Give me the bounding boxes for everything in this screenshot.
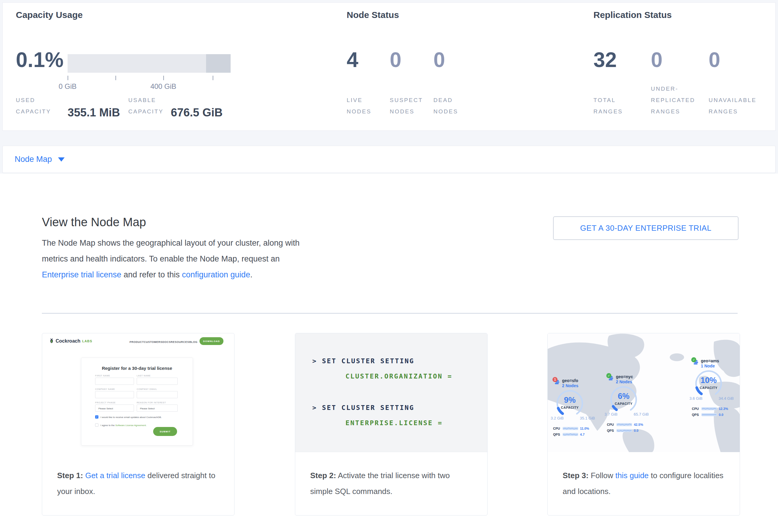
first-name-field[interactable] bbox=[95, 378, 134, 385]
project-phase-select[interactable]: Please Select bbox=[95, 404, 134, 412]
qps-metric: QPS 0.0 bbox=[607, 429, 655, 432]
ok-badge: ✓ bbox=[691, 357, 696, 362]
reason-for-interest-label: REASON FOR INTEREST bbox=[137, 401, 166, 404]
section-divider bbox=[42, 313, 737, 314]
nodemap-description: The Node Map shows the geographical layo… bbox=[42, 235, 316, 283]
total-ranges-label: TOTAL RANGES bbox=[594, 94, 623, 117]
get-enterprise-trial-button[interactable]: GET A 30-DAY ENTERPRISE TRIAL bbox=[553, 216, 738, 240]
unavailable-ranges-label: UNAVAILABLE RANGES bbox=[709, 94, 757, 117]
usable-capacity-label: USABLE CAPACITY bbox=[128, 94, 164, 117]
under-replicated-ranges-value: 0 bbox=[651, 49, 663, 70]
last-name-label: LAST NAME bbox=[137, 375, 151, 377]
company-name-field[interactable] bbox=[95, 391, 134, 398]
step1-card: Cockroach LABS PRODUCT CUSTOMERS DOCS RE… bbox=[42, 333, 235, 516]
capacity-axis-ticks bbox=[68, 76, 231, 80]
capacity-percent: 10% bbox=[694, 376, 723, 385]
registration-site-preview: Cockroach LABS PRODUCT CUSTOMERS DOCS RE… bbox=[42, 333, 234, 452]
capacity-usage-title: Capacity Usage bbox=[16, 10, 83, 20]
qps-metric: QPS 0.0 bbox=[692, 413, 740, 416]
capacity-label: CAPACITY bbox=[609, 402, 638, 405]
capacity-range: 3.2 GiB35.1 GiB bbox=[551, 416, 595, 421]
last-name-field[interactable] bbox=[137, 378, 178, 385]
capacity-gauge: 6% CAPACITY bbox=[609, 385, 638, 414]
locality-name: geo=nyc bbox=[616, 374, 633, 379]
reason-for-interest-select[interactable]: Please Select bbox=[137, 404, 178, 412]
step2-caption: Step 2: Activate the trial license with … bbox=[295, 452, 487, 515]
email-updates-label: I would like to receive email updates ab… bbox=[100, 416, 162, 419]
capacity-bar-chart bbox=[68, 54, 231, 73]
unavailable-ranges-value: 0 bbox=[709, 49, 720, 70]
capacity-gauge: 10% CAPACITY bbox=[694, 369, 723, 398]
software-license-agreement-link[interactable]: Software License Agreement. bbox=[115, 424, 147, 427]
cockroach-bug-icon bbox=[49, 338, 54, 344]
cpu-sparkline-icon bbox=[701, 407, 717, 410]
this-guide-link[interactable]: this guide bbox=[615, 471, 648, 480]
project-phase-label: PROJECT PHASE bbox=[95, 401, 116, 404]
sql-line-1: > SET CLUSTER SETTING bbox=[312, 357, 414, 365]
capacity-percent: 9% bbox=[555, 395, 584, 405]
company-name-label: COMPANY NAME bbox=[95, 388, 115, 390]
capacity-gauge: 9% CAPACITY bbox=[555, 389, 584, 418]
qps-sparkline-icon bbox=[617, 429, 632, 432]
qps-sparkline-icon bbox=[701, 413, 717, 416]
qps-metric: QPS 4.7 bbox=[553, 433, 601, 436]
cpu-sparkline-icon bbox=[563, 427, 578, 430]
download-button[interactable]: DOWNLOAD bbox=[200, 337, 223, 345]
dead-nodes-label: DEAD NODES bbox=[434, 94, 458, 117]
node-map-preview: 1 geo=sfo 2 Nodes 9% CAPACITY bbox=[548, 333, 740, 452]
enterprise-trial-license-link[interactable]: Enterprise trial license bbox=[42, 270, 122, 279]
capacity-range: 3.7 GiB65.7 GiB bbox=[605, 412, 649, 416]
submit-button[interactable]: SUBMIT bbox=[153, 427, 177, 436]
step3-caption: Step 3: Follow this guide to configure l… bbox=[548, 452, 740, 515]
step2-card: > SET CLUSTER SETTING CLUSTER.ORGANIZATI… bbox=[295, 333, 487, 516]
trial-license-form: Register for a 30-day trial license FIRS… bbox=[81, 358, 193, 446]
suspect-nodes-value: 0 bbox=[390, 49, 401, 70]
capacity-tick-0: 0 GiB bbox=[59, 82, 77, 91]
capacity-bar-tail bbox=[206, 54, 231, 73]
nav-docs[interactable]: DOCS bbox=[162, 340, 171, 344]
nav-product[interactable]: PRODUCT bbox=[130, 340, 144, 344]
capacity-label: CAPACITY bbox=[555, 406, 584, 409]
replication-status-title: Replication Status bbox=[594, 10, 672, 20]
locality-node-count: 2 Nodes bbox=[562, 383, 578, 388]
locality-node-count: 1 Node bbox=[701, 364, 715, 368]
nav-customers[interactable]: CUSTOMERS bbox=[144, 340, 162, 344]
under-replicated-ranges-label: UNDER- REPLICATED RANGES bbox=[651, 83, 695, 117]
form-title: Register for a 30-day trial license bbox=[81, 366, 192, 371]
company-email-field[interactable] bbox=[137, 391, 178, 398]
configuration-guide-link[interactable]: configuration guide bbox=[182, 270, 250, 279]
cluster-overview-page: Capacity Usage 0.1% 0 GiB 400 GiB USED C… bbox=[0, 0, 778, 532]
error-badge: 1 bbox=[552, 377, 557, 382]
capacity-range: 3.6 GiB34.4 GiB bbox=[690, 396, 734, 401]
cluster-summary-panel: Capacity Usage 0.1% 0 GiB 400 GiB USED C… bbox=[2, 2, 776, 131]
suspect-nodes-label: SUSPECT NODES bbox=[390, 94, 423, 117]
capacity-tick-400: 400 GiB bbox=[150, 82, 176, 91]
cpu-metric: CPU 42.5% bbox=[607, 423, 655, 427]
get-trial-license-link[interactable]: Get a trial license bbox=[85, 471, 145, 480]
sql-line-2: CLUSTER.ORGANIZATION = bbox=[345, 373, 452, 380]
ok-badge: ✓ bbox=[606, 373, 611, 378]
capacity-percent: 6% bbox=[609, 392, 638, 401]
usable-capacity-value: 676.5 GiB bbox=[171, 106, 223, 119]
locality-node-count: 2 Nodes bbox=[616, 379, 632, 384]
step1-caption: Step 1: Get a trial license delivered st… bbox=[42, 452, 234, 515]
nav-blog[interactable]: BLOG bbox=[189, 340, 198, 344]
sql-line-4: ENTERPRISE.LICENSE = bbox=[345, 419, 443, 427]
chevron-down-icon bbox=[58, 157, 65, 162]
node-map-dropdown-label: Node Map bbox=[15, 155, 52, 164]
used-capacity-value: 355.1 MiB bbox=[68, 106, 120, 119]
total-ranges-value: 32 bbox=[594, 49, 617, 70]
cpu-sparkline-icon bbox=[617, 423, 632, 426]
live-nodes-label: LIVE NODES bbox=[347, 94, 372, 117]
cpu-metric: CPU 11.0% bbox=[553, 427, 601, 430]
license-agreement-checkbox[interactable] bbox=[95, 424, 98, 427]
dead-nodes-value: 0 bbox=[434, 49, 445, 70]
locality-name: geo=sfo bbox=[562, 378, 578, 383]
capacity-percent: 0.1% bbox=[16, 49, 64, 70]
nav-resources[interactable]: RESOURCES bbox=[171, 340, 189, 344]
email-updates-checkbox[interactable]: ✓ bbox=[95, 415, 98, 419]
node-map-dropdown[interactable]: Node Map bbox=[15, 155, 65, 164]
license-agreement-label: I agree to the Software License Agreemen… bbox=[100, 424, 147, 427]
locality-name: geo=ams bbox=[701, 359, 719, 363]
cpu-metric: CPU 12.3% bbox=[692, 407, 740, 410]
